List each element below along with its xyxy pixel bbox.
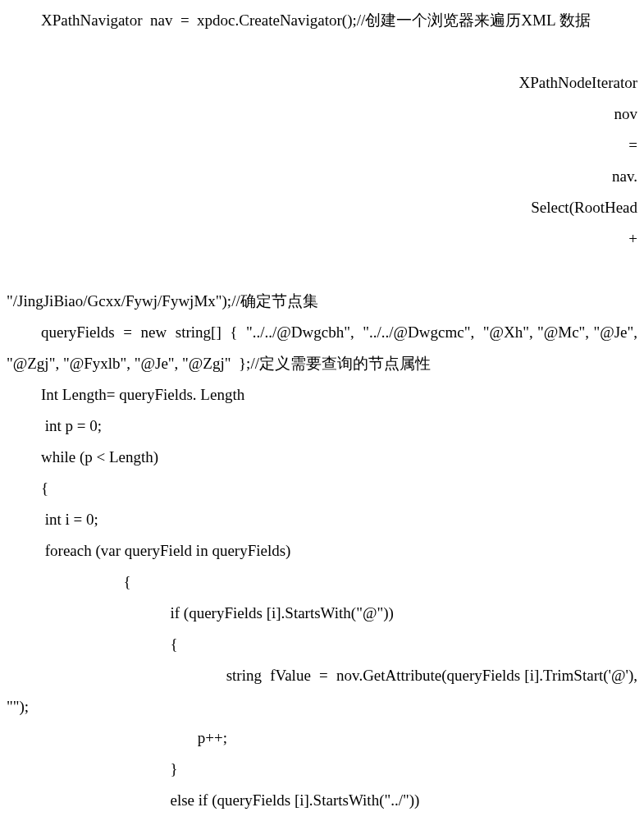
- code-line: XPathNodeIterator nov = nav. Select(Root…: [7, 36, 637, 286]
- code-line: int p = 0;: [7, 410, 637, 442]
- token: XPathNodeIterator: [518, 74, 637, 91]
- token: +: [628, 230, 637, 247]
- code-line: int i = 0;: [7, 504, 637, 535]
- token: nov: [614, 105, 638, 122]
- code-line: if (queryFields [i].StartsWith("@")): [7, 598, 637, 629]
- code-line: Int Length= queryFields. Length: [7, 379, 637, 410]
- token: nav.: [612, 167, 637, 185]
- code-line: else if (queryFields [i].StartsWith("../…: [7, 785, 637, 816]
- code-line: }: [7, 754, 637, 785]
- code-line: {: [7, 473, 637, 504]
- code-line: p++;: [7, 722, 637, 754]
- token: =: [628, 136, 637, 154]
- code-document: XPathNavigator nav = xpdoc.CreateNavigat…: [0, 0, 644, 821]
- code-line: XPathNavigator nav = xpdoc.CreateNavigat…: [7, 5, 637, 36]
- code-line: queryFields [i] = queryFields [i].Substr…: [7, 816, 637, 821]
- code-line: string fValue = nov.GetAttribute(queryFi…: [7, 660, 637, 722]
- code-line: {: [7, 566, 637, 598]
- code-line: "/JingJiBiao/Gcxx/Fywj/FywjMx");//确定节点集: [7, 286, 637, 317]
- token: Select(RootHead: [531, 199, 637, 216]
- code-line: foreach (var queryField in queryFields): [7, 535, 637, 566]
- code-line: queryFields = new string[] { "../../@Dwg…: [7, 317, 637, 379]
- code-line: {: [7, 629, 637, 660]
- code-line: while (p < Length): [7, 442, 637, 473]
